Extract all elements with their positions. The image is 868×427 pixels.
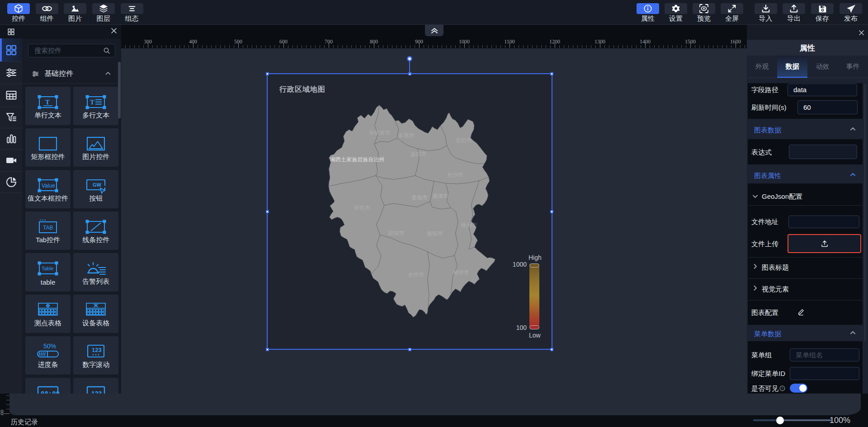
svg-text:123: 123 xyxy=(91,390,102,394)
svg-text:600: 600 xyxy=(279,38,288,45)
svg-text:900: 900 xyxy=(415,38,423,45)
svg-text:800: 800 xyxy=(370,38,378,45)
svg-text:08:00: 08:00 xyxy=(41,390,60,394)
svg-text:TAB: TAB xyxy=(43,224,53,230)
svg-text:Table: Table xyxy=(42,266,53,271)
svg-text:1100: 1100 xyxy=(504,38,515,45)
svg-text:700: 700 xyxy=(325,38,333,45)
svg-text:123: 123 xyxy=(92,347,102,353)
svg-text:1500: 1500 xyxy=(685,38,696,45)
svg-text:800: 800 xyxy=(0,409,5,415)
svg-text:1200: 1200 xyxy=(549,38,560,45)
svg-text:1000: 1000 xyxy=(459,38,470,45)
svg-text:400: 400 xyxy=(189,38,197,45)
svg-text:300: 300 xyxy=(144,38,152,45)
svg-text:1400: 1400 xyxy=(640,38,651,45)
svg-text:Value: Value xyxy=(42,182,55,188)
svg-text:1300: 1300 xyxy=(594,38,605,45)
svg-text:500: 500 xyxy=(234,38,242,45)
svg-text:T: T xyxy=(45,99,50,106)
svg-text:GW: GW xyxy=(93,182,102,188)
svg-text:?: ? xyxy=(781,386,783,390)
svg-text:1600: 1600 xyxy=(730,38,741,45)
svg-text:T: T xyxy=(90,99,94,106)
svg-text:50%: 50% xyxy=(43,343,56,350)
